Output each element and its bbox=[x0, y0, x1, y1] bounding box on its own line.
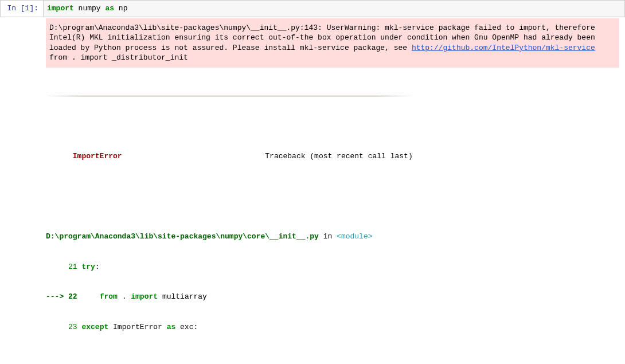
warning-link[interactable]: http://github.com/IntelPython/mkl-servic… bbox=[412, 44, 595, 52]
code-cell[interactable]: In [1]: import numpy as np bbox=[0, 0, 625, 17]
in-text: in bbox=[319, 232, 337, 241]
kw-try: try bbox=[81, 263, 95, 271]
kw-as: as bbox=[167, 323, 176, 331]
code-alias: np bbox=[114, 4, 127, 13]
prompt-label: In [1]: bbox=[7, 4, 38, 13]
imp-name: multiarray bbox=[158, 292, 207, 301]
module-tag: <module> bbox=[337, 232, 372, 241]
spacer bbox=[122, 152, 265, 161]
traceback: ImportError Traceback (most recent call … bbox=[46, 72, 619, 364]
lineno: 21 bbox=[46, 263, 81, 271]
kw-import: import bbox=[47, 4, 74, 13]
arrow-icon: ---> bbox=[46, 292, 68, 301]
warning-import-line: from . import _distributor_init bbox=[49, 53, 616, 63]
kw-as: as bbox=[105, 4, 114, 13]
kw-except: except bbox=[81, 323, 108, 331]
code-input[interactable]: import numpy as np bbox=[43, 1, 624, 17]
colon: : bbox=[95, 263, 100, 271]
tb-header: Traceback (most recent call last) bbox=[265, 152, 412, 161]
output-area: D:\program\Anaconda3\lib\site-packages\n… bbox=[0, 18, 625, 364]
kw-import: import bbox=[131, 292, 158, 301]
code-module: numpy bbox=[74, 4, 106, 13]
kw-from: from bbox=[100, 292, 118, 301]
error-name: ImportError bbox=[73, 152, 122, 161]
frame-path: D:\program\Anaconda3\lib\site-packages\n… bbox=[46, 232, 319, 241]
traceback-divider bbox=[46, 96, 413, 96]
exc-var: exc: bbox=[175, 323, 198, 331]
exc-mid: ImportError bbox=[108, 323, 166, 331]
dot: . bbox=[118, 292, 131, 301]
tb-frame: D:\program\Anaconda3\lib\site-packages\n… bbox=[46, 212, 619, 353]
input-prompt: In [1]: bbox=[1, 1, 43, 17]
warning-box: D:\program\Anaconda3\lib\site-packages\n… bbox=[46, 18, 619, 68]
lineno: 23 bbox=[46, 323, 81, 331]
lineno-current: 22 bbox=[68, 292, 77, 301]
pad bbox=[77, 292, 100, 301]
